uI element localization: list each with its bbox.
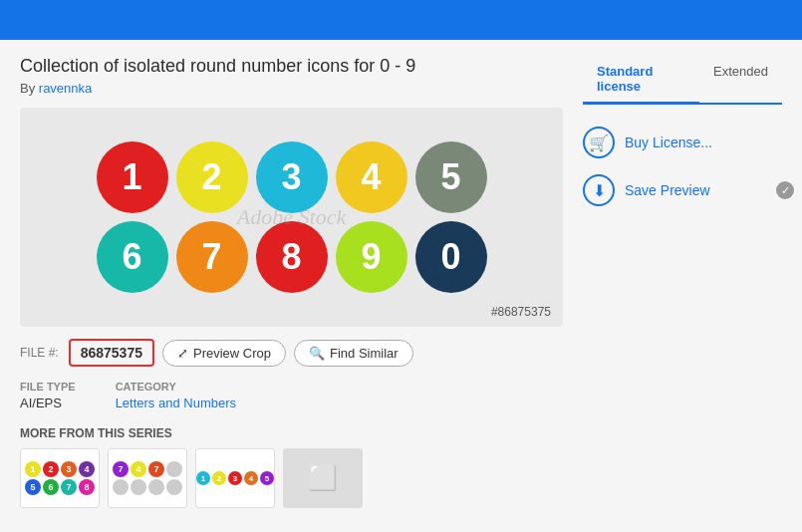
meta-row: FILE TYPE AI/EPS CATEGORY Letters and Nu…: [20, 381, 563, 410]
mini-circle: 2: [212, 471, 226, 485]
buy-icon: 🛒: [583, 127, 615, 158]
mini-circle: 7: [148, 461, 164, 477]
mini-circle: 3: [228, 471, 242, 485]
mini-circle: [131, 479, 146, 495]
more-series: MORE FROM THIS SERIES 12345678 747 12345…: [20, 426, 563, 508]
page-title: Collection of isolated round number icon…: [20, 56, 563, 77]
file-id-box: 86875375: [69, 339, 154, 367]
number-circle-4: 4: [336, 141, 407, 213]
find-similar-label: Find Similar: [330, 346, 399, 361]
more-series-label: MORE FROM THIS SERIES: [20, 426, 563, 440]
mini-circle: 5: [260, 471, 274, 485]
preview-crop-label: Preview Crop: [193, 346, 271, 361]
download-icon: ⬇: [583, 174, 615, 206]
number-circle-2: 2: [176, 141, 248, 213]
series-thumb-1[interactable]: 12345678: [20, 448, 100, 508]
author-line: By ravennka: [20, 81, 563, 96]
series-thumb-4[interactable]: ⬜: [283, 448, 363, 508]
image-container: 1234567890 Adobe Stock #86875375: [20, 108, 563, 327]
mini-circle: 8: [79, 479, 95, 495]
category-label: CATEGORY: [116, 381, 236, 393]
license-tabs: Standard license Extended: [583, 56, 782, 105]
mini-circle: 6: [43, 479, 59, 495]
mini-circle: 1: [25, 461, 41, 477]
number-circle-6: 6: [97, 221, 168, 293]
file-type-label: FILE TYPE: [20, 381, 76, 393]
checkmark-badge: ✓: [776, 181, 794, 199]
mini-circle: [113, 479, 129, 495]
crop-icon: ⤢: [177, 346, 188, 361]
mini-circle: 4: [131, 461, 146, 477]
number-circle-5: 5: [415, 141, 487, 213]
number-circle-7: 7: [176, 221, 248, 293]
mini-circle: 2: [43, 461, 59, 477]
file-id-badge: #86875375: [491, 305, 551, 319]
placeholder-icon: ⬜: [308, 464, 338, 492]
mini-circle: 7: [113, 461, 129, 477]
series-thumb-2[interactable]: 747: [108, 448, 187, 508]
save-preview-label: Save Preview: [625, 182, 710, 198]
mini-circle: [166, 479, 182, 495]
mini-circle: [148, 479, 164, 495]
right-panel: Standard license Extended 🛒 Buy License.…: [583, 56, 782, 508]
number-circle-3: 3: [256, 141, 328, 213]
mini-circle: 3: [61, 461, 77, 477]
series-thumb-3[interactable]: 12345: [195, 448, 275, 508]
file-id-label: FILE #:: [20, 346, 59, 360]
mini-circle: 4: [79, 461, 95, 477]
number-circle-1: 1: [97, 141, 168, 213]
standard-license-tab[interactable]: Standard license: [583, 56, 699, 105]
series-thumbnails: 12345678 747 12345 ⬜: [20, 448, 563, 508]
find-similar-button[interactable]: 🔍 Find Similar: [294, 340, 413, 367]
author-link[interactable]: ravennka: [39, 81, 92, 96]
extended-license-tab[interactable]: Extended: [699, 56, 782, 105]
top-bar: [0, 0, 802, 40]
action-bar: FILE #: 86875375 ⤢ Preview Crop 🔍 Find S…: [20, 339, 563, 367]
buy-license-label: Buy License...: [625, 134, 712, 150]
file-type-value: AI/EPS: [20, 396, 62, 410]
mini-circle: [166, 461, 182, 477]
mini-circle: 1: [196, 471, 210, 485]
search-icon: 🔍: [309, 346, 325, 361]
preview-crop-button[interactable]: ⤢ Preview Crop: [162, 340, 286, 367]
mini-circle: 7: [61, 479, 77, 495]
author-prefix: By: [20, 81, 35, 96]
file-type-col: FILE TYPE AI/EPS: [20, 381, 76, 410]
category-col: CATEGORY Letters and Numbers: [116, 381, 236, 410]
save-preview-action[interactable]: ⬇ Save Preview ✓: [583, 166, 782, 214]
number-circle-9: 9: [336, 221, 407, 293]
left-panel: Collection of isolated round number icon…: [20, 56, 563, 508]
number-circle-8: 8: [256, 221, 328, 293]
mini-circle: 4: [244, 471, 258, 485]
buy-license-action[interactable]: 🛒 Buy License...: [583, 119, 782, 166]
number-circle-0: 0: [415, 221, 487, 293]
category-link[interactable]: Letters and Numbers: [116, 396, 236, 410]
mini-circle: 5: [25, 479, 41, 495]
circles-grid: 1234567890: [97, 141, 487, 293]
